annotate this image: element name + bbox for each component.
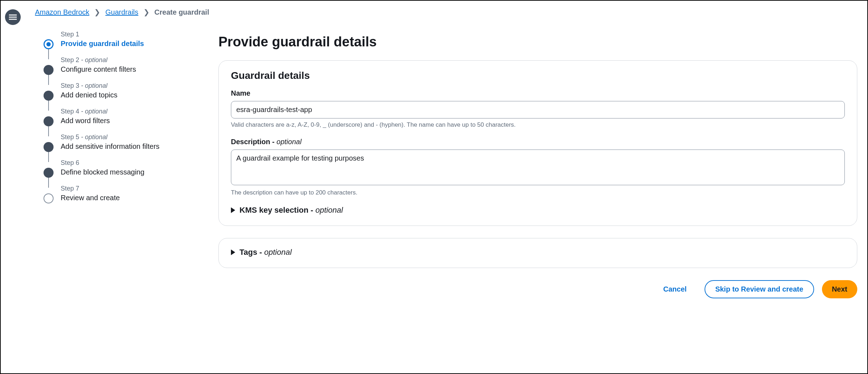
- wizard-step-label: Step 2 - optional: [61, 56, 197, 64]
- wizard-step-indicator-icon: [44, 142, 54, 152]
- hamburger-menu-button[interactable]: [5, 9, 21, 25]
- wizard-step-indicator-icon: [44, 193, 54, 203]
- triangle-right-icon: [231, 207, 235, 213]
- wizard-footer: Cancel Skip to Review and create Next: [218, 280, 857, 298]
- panel-title: Guardrail details: [231, 70, 845, 81]
- tags-expandable[interactable]: Tags - optional: [231, 248, 845, 257]
- name-input[interactable]: [231, 101, 845, 118]
- breadcrumb: Amazon Bedrock ❯ Guardrails ❯ Create gua…: [35, 8, 857, 16]
- wizard-step-title: Configure content filters: [61, 65, 197, 74]
- cancel-button[interactable]: Cancel: [653, 280, 697, 298]
- wizard-step-indicator-icon: [44, 116, 54, 126]
- wizard-step-label: Step 6: [61, 159, 197, 167]
- wizard-step-title: Add word filters: [61, 117, 197, 125]
- wizard-step-title: Provide guardrail details: [61, 40, 197, 48]
- wizard-step-indicator-icon: [44, 168, 54, 178]
- breadcrumb-current: Create guardrail: [155, 8, 209, 16]
- wizard-step-label: Step 3 - optional: [61, 82, 197, 90]
- wizard-step-label: Step 5 - optional: [61, 133, 197, 141]
- page-title: Provide guardrail details: [218, 34, 857, 50]
- chevron-right-icon: ❯: [143, 8, 150, 16]
- wizard-step-5[interactable]: Step 5 - optionalAdd sensitive informati…: [44, 133, 197, 159]
- next-button[interactable]: Next: [822, 280, 857, 298]
- main-content: Provide guardrail details Guardrail deta…: [218, 31, 857, 298]
- description-field: Description - optional The description c…: [231, 138, 845, 196]
- svg-rect-0: [9, 15, 17, 16]
- wizard-nav: Step 1Provide guardrail detailsStep 2 - …: [44, 31, 197, 211]
- name-help-text: Valid characters are a-z, A-Z, 0-9, _ (u…: [231, 121, 845, 128]
- wizard-step-1[interactable]: Step 1Provide guardrail details: [44, 31, 197, 56]
- chevron-right-icon: ❯: [94, 8, 100, 16]
- wizard-step-title: Define blocked messaging: [61, 168, 197, 176]
- tags-panel: Tags - optional: [218, 238, 857, 268]
- description-help-text: The description can have up to 200 chara…: [231, 189, 845, 196]
- wizard-step-3[interactable]: Step 3 - optionalAdd denied topics: [44, 82, 197, 108]
- wizard-step-label: Step 1: [61, 31, 197, 38]
- wizard-step-indicator-icon: [44, 91, 54, 101]
- wizard-step-title: Add denied topics: [61, 91, 197, 99]
- breadcrumb-link-guardrails[interactable]: Guardrails: [105, 8, 138, 16]
- description-label: Description - optional: [231, 138, 845, 146]
- hamburger-icon: [9, 13, 17, 21]
- guardrail-details-panel: Guardrail details Name Valid characters …: [218, 60, 857, 226]
- name-field: Name Valid characters are a-z, A-Z, 0-9,…: [231, 89, 845, 128]
- wizard-step-label: Step 7: [61, 185, 197, 192]
- wizard-step-7[interactable]: Step 7Review and create: [44, 185, 197, 211]
- wizard-step-indicator-icon: [44, 65, 54, 75]
- name-label: Name: [231, 89, 845, 97]
- svg-rect-1: [9, 17, 17, 18]
- wizard-step-title: Review and create: [61, 194, 197, 202]
- wizard-step-title: Add sensitive information filters: [61, 142, 197, 151]
- triangle-right-icon: [231, 249, 235, 255]
- description-input[interactable]: [231, 150, 845, 185]
- wizard-step-6[interactable]: Step 6Define blocked messaging: [44, 159, 197, 185]
- wizard-step-indicator-icon: [44, 39, 54, 49]
- skip-to-review-button[interactable]: Skip to Review and create: [705, 280, 814, 298]
- svg-rect-2: [9, 19, 17, 20]
- wizard-step-label: Step 4 - optional: [61, 108, 197, 115]
- wizard-step-2[interactable]: Step 2 - optionalConfigure content filte…: [44, 56, 197, 82]
- wizard-step-4[interactable]: Step 4 - optionalAdd word filters: [44, 108, 197, 133]
- kms-key-expandable[interactable]: KMS key selection - optional: [231, 206, 845, 215]
- breadcrumb-link-bedrock[interactable]: Amazon Bedrock: [35, 8, 89, 16]
